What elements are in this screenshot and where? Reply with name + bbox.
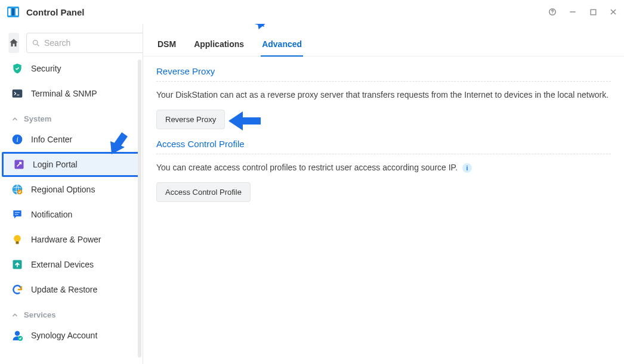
sidebar-item-label: Synology Account bbox=[31, 331, 97, 340]
section-title: Access Control Profile bbox=[156, 139, 611, 154]
chat-icon bbox=[11, 208, 24, 221]
reverse-proxy-button[interactable]: Reverse Proxy bbox=[156, 110, 225, 129]
tab-advanced[interactable]: Advanced bbox=[261, 35, 303, 56]
title-bar: Control Panel bbox=[0, 0, 624, 24]
sidebar-scrollbar[interactable] bbox=[138, 60, 141, 357]
sidebar-item-external[interactable]: External Devices bbox=[0, 252, 143, 277]
window-title: Control Panel bbox=[26, 7, 85, 17]
sidebar-item-label: Security bbox=[31, 64, 61, 73]
sidebar-item-label: Info Center bbox=[31, 135, 72, 144]
upload-icon bbox=[11, 258, 24, 271]
section-description: You can create access control profiles t… bbox=[156, 161, 611, 174]
sidebar-item-label: External Devices bbox=[31, 260, 94, 269]
login-portal-icon bbox=[13, 158, 26, 171]
sidebar-group-services[interactable]: Services bbox=[0, 302, 143, 323]
chevron-up-icon bbox=[11, 115, 19, 123]
svg-rect-12 bbox=[13, 89, 23, 97]
close-icon[interactable] bbox=[608, 7, 618, 17]
search-input[interactable] bbox=[44, 38, 143, 48]
sidebar-item-label: Notification bbox=[31, 210, 72, 219]
sidebar: Security Terminal & SNMP System i Info C… bbox=[0, 24, 143, 364]
chevron-up-icon bbox=[11, 311, 19, 319]
section-access-control: Access Control Profile You can create ac… bbox=[143, 129, 624, 202]
info-icon: i bbox=[11, 133, 24, 146]
user-icon bbox=[11, 329, 24, 342]
sidebar-item-label: Update & Restore bbox=[31, 285, 97, 294]
svg-point-24 bbox=[15, 331, 20, 336]
svg-rect-22 bbox=[16, 241, 19, 244]
sidebar-group-label: Services bbox=[24, 310, 56, 319]
main-content: DSM Applications Advanced Reverse Proxy … bbox=[143, 24, 624, 364]
sidebar-item-label: Hardware & Power bbox=[31, 235, 101, 244]
sidebar-item-update[interactable]: Update & Restore bbox=[0, 277, 143, 302]
window-controls bbox=[548, 7, 618, 17]
svg-marker-27 bbox=[257, 24, 267, 30]
sidebar-item-info-center[interactable]: i Info Center bbox=[0, 127, 143, 152]
svg-rect-2 bbox=[12, 8, 14, 15]
search-input-wrap[interactable] bbox=[26, 33, 143, 53]
sidebar-item-security[interactable]: Security bbox=[0, 56, 143, 81]
sidebar-item-hardware[interactable]: Hardware & Power bbox=[0, 227, 143, 252]
svg-rect-1 bbox=[8, 8, 11, 15]
tab-applications[interactable]: Applications bbox=[193, 35, 245, 56]
control-panel-icon bbox=[6, 5, 20, 19]
minimize-icon[interactable] bbox=[568, 7, 577, 17]
svg-rect-3 bbox=[16, 8, 18, 15]
sidebar-item-synology-account[interactable]: Synology Account bbox=[0, 323, 143, 348]
sidebar-group-label: System bbox=[24, 114, 51, 123]
section-reverse-proxy: Reverse Proxy Your DiskStation can act a… bbox=[143, 57, 624, 129]
sidebar-group-system[interactable]: System bbox=[0, 106, 143, 127]
svg-point-10 bbox=[33, 40, 38, 45]
sidebar-item-regional[interactable]: Regional Options bbox=[0, 177, 143, 202]
sidebar-item-terminal[interactable]: Terminal & SNMP bbox=[0, 81, 143, 106]
svg-point-5 bbox=[552, 13, 552, 14]
tab-dsm[interactable]: DSM bbox=[156, 35, 177, 56]
svg-rect-7 bbox=[591, 10, 596, 15]
svg-marker-29 bbox=[252, 24, 264, 27]
tab-bar: DSM Applications Advanced bbox=[143, 31, 624, 57]
access-control-profile-button[interactable]: Access Control Profile bbox=[156, 182, 251, 202]
svg-line-11 bbox=[37, 44, 39, 46]
maximize-icon[interactable] bbox=[588, 7, 598, 17]
home-button[interactable] bbox=[8, 33, 19, 53]
search-icon bbox=[32, 39, 41, 48]
help-icon[interactable] bbox=[548, 7, 557, 17]
terminal-icon bbox=[11, 87, 24, 100]
svg-text:i: i bbox=[16, 136, 18, 144]
sidebar-item-notification[interactable]: Notification bbox=[0, 202, 143, 227]
svg-point-21 bbox=[14, 235, 21, 242]
bulb-icon bbox=[11, 233, 24, 246]
sidebar-item-label: Terminal & SNMP bbox=[31, 89, 97, 98]
sidebar-item-login-portal[interactable]: Login Portal bbox=[2, 152, 141, 177]
refresh-icon bbox=[11, 283, 24, 296]
sidebar-item-label: Regional Options bbox=[31, 185, 95, 194]
section-description: Your DiskStation can act as a reverse pr… bbox=[156, 89, 611, 101]
shield-icon bbox=[11, 62, 24, 75]
section-title: Reverse Proxy bbox=[156, 66, 611, 82]
globe-icon bbox=[11, 183, 24, 196]
info-badge-icon[interactable]: i bbox=[462, 163, 472, 173]
sidebar-item-label: Login Portal bbox=[33, 160, 78, 169]
